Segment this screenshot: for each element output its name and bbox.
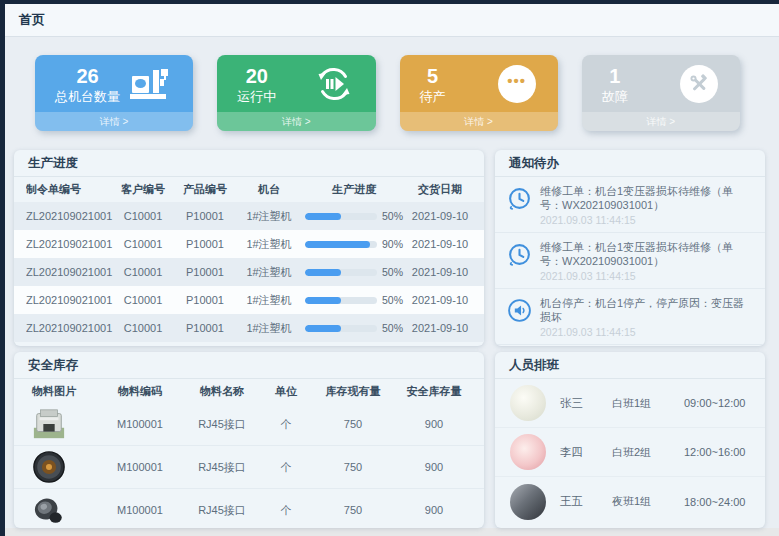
notification-text: 维修工单：机台1变压器损坏待维修（单号：WX202109031001）	[540, 240, 755, 268]
material-name-cell: RJ45接口	[182, 503, 262, 518]
notification-text: 维修工单：机台1变压器损坏待维修（单号：WX202109031001）	[540, 184, 755, 212]
order-cell: ZL202109021001	[26, 266, 114, 278]
horizontal-scrollbar[interactable]	[5, 528, 779, 536]
product-cell: P10001	[172, 238, 238, 250]
stat-cards: 26 总机台数量 详情 > 20 运行中	[35, 55, 740, 131]
repair-tools-icon	[680, 65, 718, 103]
card-detail-link[interactable]: 详情 >	[400, 112, 558, 131]
avatar	[510, 434, 546, 470]
cone-speaker-image	[32, 493, 66, 527]
running-label: 运行中	[237, 89, 276, 105]
notification-item[interactable]: 计划暂停：机台1生产计划已暂停 2021.09.03 11:44:15	[495, 345, 765, 346]
table-row: ZL202109021001 C10001 P10001 1#注塑机 50% 2…	[14, 202, 484, 230]
customer-cell: C10001	[114, 294, 172, 306]
card-body: 5 待产 •••	[400, 55, 558, 112]
schedule-row: 李四 白班2组 12:00~16:00	[495, 428, 765, 477]
column-header: 物料图片	[26, 384, 98, 399]
order-cell: ZL202109021001	[26, 294, 114, 306]
table-row: ZL202109021001 C10001 P10001 1#注塑机 90% 2…	[14, 230, 484, 258]
progress-bar	[305, 213, 377, 220]
customer-cell: C10001	[114, 210, 172, 222]
speaker-icon	[507, 298, 532, 323]
date-cell: 2021-09-10	[408, 322, 472, 334]
date-cell: 2021-09-10	[408, 210, 472, 222]
card-detail-link[interactable]: 详情 >	[582, 112, 740, 131]
order-cell: ZL202109021001	[26, 322, 114, 334]
card-body: 1 故障	[582, 55, 740, 112]
material-name-cell: RJ45接口	[182, 417, 262, 432]
notification-item[interactable]: 维修工单：机台1变压器损坏待维修（单号：WX202109031001） 2021…	[495, 233, 765, 289]
column-header: 生产进度	[300, 182, 408, 197]
table-row: ZL202109021001 C10001 P10001 1#注塑机 50% 2…	[14, 258, 484, 286]
safety-stock-cell: 900	[396, 418, 472, 430]
column-header: 物料名称	[182, 384, 262, 399]
tools-glyph	[688, 73, 710, 95]
clock-icon	[507, 242, 532, 267]
machine-cell: 1#注塑机	[238, 265, 300, 280]
progress-bar	[305, 241, 377, 248]
person-name: 李四	[560, 445, 612, 460]
panel-title: 安全库存	[14, 352, 484, 379]
notification-body: 维修工单：机台1变压器损坏待维修（单号：WX202109031001） 2021…	[540, 240, 755, 282]
progress-percent: 50%	[382, 294, 403, 306]
personnel-schedule-panel: 人员排班 张三 白班1组 09:00~12:00 李四 白班2组 12:00~1…	[495, 352, 765, 528]
material-image-cell	[26, 407, 98, 441]
running-icon	[314, 64, 354, 104]
card-fault[interactable]: 1 故障 详情 >	[582, 55, 740, 131]
column-header: 安全库存量	[396, 384, 472, 399]
progress-percent: 50%	[382, 322, 403, 334]
stock-cell: 750	[310, 418, 396, 430]
progress-fill	[305, 297, 341, 304]
total-machines-value: 26	[55, 65, 120, 87]
person-name: 张三	[560, 396, 612, 411]
customer-cell: C10001	[114, 266, 172, 278]
column-header: 机台	[238, 182, 300, 197]
table-header-row: 物料图片 物料编码 物料名称 单位 库存现有量 安全库存量	[14, 379, 484, 403]
fault-value: 1	[602, 65, 628, 87]
material-image-cell	[26, 450, 98, 484]
product-cell: P10001	[172, 322, 238, 334]
notification-item[interactable]: 维修工单：机台1变压器损坏待维修（单号：WX202109031001） 2021…	[495, 177, 765, 233]
ellipsis-glyph: •••	[507, 76, 526, 86]
column-header: 单位	[262, 384, 310, 399]
progress-bar	[305, 325, 377, 332]
pending-value: 5	[420, 65, 446, 87]
production-progress-panel: 生产进度 制令单编号 客户编号 产品编号 机台 生产进度 交货日期 ZL2021…	[14, 150, 484, 346]
product-cell: P10001	[172, 266, 238, 278]
customer-cell: C10001	[114, 238, 172, 250]
panel-title: 人员排班	[495, 352, 765, 379]
progress-fill	[305, 269, 341, 276]
notification-item[interactable]: 机台停产：机台1停产，停产原因：变压器损坏 2021.09.03 11:44:1…	[495, 289, 765, 345]
tab-bar: 首页	[5, 4, 779, 37]
pending-dots-icon: •••	[498, 65, 536, 103]
stock-cell: 750	[310, 461, 396, 473]
progress-bar	[305, 297, 377, 304]
notification-time: 2021.09.03 11:44:15	[540, 270, 755, 282]
progress-fill	[305, 241, 370, 248]
card-text: 26 总机台数量	[55, 65, 120, 105]
round-speaker-image	[32, 450, 66, 484]
card-detail-link[interactable]: 详情 >	[35, 112, 193, 131]
clock-icon	[507, 186, 532, 211]
card-running[interactable]: 20 运行中 详情 >	[217, 55, 375, 131]
customer-cell: C10001	[114, 322, 172, 334]
table-row: M100001 RJ45接口 个 750 900	[14, 446, 484, 489]
date-cell: 2021-09-10	[408, 238, 472, 250]
card-detail-link[interactable]: 详情 >	[217, 112, 375, 131]
tab-home[interactable]: 首页	[5, 4, 45, 36]
notification-time: 2021.09.03 11:44:15	[540, 214, 755, 226]
progress-bar	[305, 269, 377, 276]
card-pending[interactable]: 5 待产 ••• 详情 >	[400, 55, 558, 131]
total-machines-label: 总机台数量	[55, 89, 120, 105]
unit-cell: 个	[262, 503, 310, 518]
progress-cell: 50%	[300, 294, 408, 306]
schedule-row: 张三 白班1组 09:00~12:00	[495, 379, 765, 428]
machine-icon	[129, 67, 171, 101]
progress-percent: 50%	[382, 210, 403, 222]
card-total-machines[interactable]: 26 总机台数量 详情 >	[35, 55, 193, 131]
material-code-cell: M100001	[98, 418, 182, 430]
product-cell: P10001	[172, 294, 238, 306]
table-row: M100001 RJ45接口 个 750 900	[14, 489, 484, 528]
table-header-row: 制令单编号 客户编号 产品编号 机台 生产进度 交货日期	[14, 177, 484, 202]
material-image-cell	[26, 493, 98, 527]
